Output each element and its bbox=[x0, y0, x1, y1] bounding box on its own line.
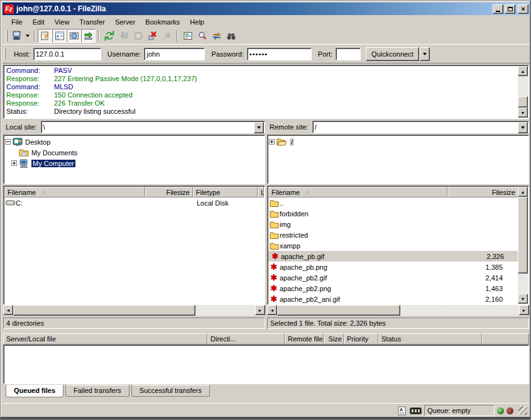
directory-comparison-button[interactable] bbox=[195, 29, 209, 43]
tree-item-root[interactable]: / bbox=[269, 136, 527, 147]
expand-icon[interactable] bbox=[11, 160, 17, 166]
menu-edit[interactable]: Edit bbox=[28, 18, 50, 26]
password-input[interactable] bbox=[247, 48, 312, 60]
menu-bar: File Edit View Transfer Server Bookmarks… bbox=[3, 16, 530, 27]
column-header-filename[interactable]: Filename bbox=[4, 187, 145, 197]
toggle-transfer-queue-button[interactable] bbox=[81, 29, 96, 43]
column-header-server-local-file[interactable]: Server/Local file bbox=[3, 333, 207, 345]
file-row[interactable]: xampp bbox=[268, 240, 528, 251]
log-vertical-scrollbar[interactable]: ▲ ▼ bbox=[518, 66, 528, 118]
column-header-size[interactable]: Size bbox=[324, 333, 344, 345]
tree-item-my-documents[interactable]: My Documents bbox=[5, 147, 263, 158]
host-input[interactable] bbox=[33, 48, 101, 60]
quickconnect-button[interactable]: Quickconnect bbox=[366, 47, 419, 61]
file-row[interactable]: C: Local Disk bbox=[4, 197, 264, 208]
toggle-local-tree-button[interactable] bbox=[52, 29, 67, 43]
remote-site-combo[interactable]: / bbox=[312, 121, 529, 133]
menu-transfer[interactable]: Transfer bbox=[74, 18, 110, 26]
scrollbar-right-button[interactable]: ► bbox=[255, 305, 265, 315]
toolbar bbox=[3, 28, 530, 43]
scrollbar-left-button[interactable]: ◄ bbox=[3, 305, 13, 315]
column-label: Remote file bbox=[288, 335, 323, 343]
file-row[interactable]: ✱ apache_pb.png 1,385 bbox=[268, 262, 528, 272]
local-site-combo[interactable]: \ bbox=[41, 121, 265, 133]
column-header-filename[interactable]: Filename bbox=[268, 187, 447, 197]
remote-site-label: Remote site: bbox=[267, 123, 312, 131]
column-header-priority[interactable]: Priority bbox=[344, 333, 378, 345]
menu-help[interactable]: Help bbox=[185, 18, 209, 26]
scrollbar-down-button[interactable]: ▼ bbox=[518, 108, 528, 118]
dropdown-arrow-icon bbox=[257, 126, 261, 129]
cancel-operation-button[interactable] bbox=[131, 29, 145, 43]
scrollbar-track[interactable] bbox=[400, 305, 519, 316]
column-header-direction[interactable]: Directi... bbox=[207, 333, 285, 345]
find-files-button[interactable] bbox=[224, 29, 238, 43]
scrollbar-track[interactable] bbox=[518, 274, 528, 294]
file-row[interactable]: ✱ apache_pb2.png 1,463 bbox=[268, 283, 528, 294]
remote-site-dropdown[interactable] bbox=[518, 122, 528, 133]
reconnect-button[interactable] bbox=[160, 29, 174, 43]
tab-successful-transfers[interactable]: Successful transfers bbox=[131, 385, 210, 397]
maximize-button[interactable] bbox=[505, 4, 515, 14]
file-row[interactable]: .. bbox=[268, 197, 528, 208]
file-row[interactable]: img bbox=[268, 219, 528, 229]
quickconnect-dropdown[interactable] bbox=[420, 47, 430, 61]
file-name: apache_pb2.png bbox=[280, 285, 446, 292]
scrollbar-thumb[interactable] bbox=[13, 305, 195, 316]
local-site-dropdown[interactable] bbox=[254, 122, 264, 133]
resize-grip[interactable] bbox=[518, 406, 527, 415]
file-row-selected[interactable]: ✱ apache_pb.gif 2,326 bbox=[268, 251, 528, 262]
remote-vertical-scrollbar[interactable]: ▲ ▼ bbox=[518, 187, 528, 304]
file-row[interactable]: ✱ apache_pb2.gif 2,414 bbox=[268, 272, 528, 283]
minimize-icon bbox=[496, 11, 500, 12]
tree-item-my-computer[interactable]: My Computer bbox=[5, 158, 263, 169]
column-header-status[interactable]: Status bbox=[378, 333, 482, 345]
scrollbar-track[interactable] bbox=[195, 305, 255, 316]
remote-horizontal-scrollbar[interactable]: ◄ ► bbox=[267, 305, 529, 316]
column-header-remote-file[interactable]: Remote file bbox=[285, 333, 324, 345]
scrollbar-left-button[interactable]: ◄ bbox=[267, 305, 277, 315]
close-button[interactable]: × bbox=[518, 4, 528, 14]
minimize-button[interactable] bbox=[493, 4, 503, 14]
scrollbar-thumb[interactable] bbox=[518, 96, 528, 108]
file-row[interactable]: ✱ apache_pb2_ani.gif 2,160 bbox=[268, 294, 528, 304]
username-input[interactable] bbox=[144, 48, 205, 60]
scrollbar-up-button[interactable]: ▲ bbox=[518, 66, 528, 76]
local-list-header: Filename Filesize Filetype L bbox=[4, 187, 264, 197]
disconnect-button[interactable] bbox=[145, 29, 160, 43]
scrollbar-up-button[interactable]: ▲ bbox=[518, 187, 528, 197]
site-manager-dropdown[interactable] bbox=[24, 29, 31, 43]
directory-filters-button[interactable] bbox=[180, 29, 195, 43]
tree-item-desktop[interactable]: Desktop bbox=[5, 136, 263, 147]
column-header-last-modified[interactable]: L bbox=[258, 187, 264, 197]
menu-bookmarks[interactable]: Bookmarks bbox=[140, 18, 185, 26]
menu-view[interactable]: View bbox=[50, 18, 75, 26]
tab-failed-transfers[interactable]: Failed transfers bbox=[65, 385, 129, 397]
synchronized-browsing-button[interactable] bbox=[209, 29, 224, 43]
local-horizontal-scrollbar[interactable]: ◄ ► bbox=[3, 305, 265, 316]
site-manager-button[interactable] bbox=[9, 29, 24, 43]
file-row[interactable]: forbidden bbox=[268, 208, 528, 219]
broken-image-icon: ✱ bbox=[270, 252, 281, 260]
collapse-icon[interactable] bbox=[5, 139, 11, 145]
column-header-filesize[interactable]: Filesize bbox=[447, 187, 518, 197]
menu-server[interactable]: Server bbox=[110, 18, 140, 26]
toggle-remote-tree-button[interactable] bbox=[67, 29, 81, 43]
menu-file[interactable]: File bbox=[6, 18, 28, 26]
scrollbar-right-button[interactable]: ► bbox=[519, 305, 529, 315]
scrollbar-down-button[interactable]: ▼ bbox=[518, 294, 528, 304]
remote-site-row: Remote site: / bbox=[267, 121, 529, 133]
scrollbar-thumb[interactable] bbox=[277, 305, 400, 316]
toggle-message-log-button[interactable] bbox=[38, 29, 52, 43]
local-status-text: 4 directories bbox=[3, 318, 265, 329]
refresh-button[interactable] bbox=[102, 29, 116, 43]
scrollbar-track[interactable] bbox=[518, 76, 528, 96]
tab-queued-files[interactable]: Queued files bbox=[6, 385, 63, 397]
scrollbar-thumb[interactable] bbox=[518, 197, 528, 274]
port-input[interactable] bbox=[336, 48, 361, 60]
expand-icon[interactable] bbox=[269, 139, 275, 145]
column-header-filesize[interactable]: Filesize bbox=[145, 187, 192, 197]
file-row[interactable]: restricted bbox=[268, 229, 528, 240]
column-header-filetype[interactable]: Filetype bbox=[193, 187, 258, 197]
process-queue-button[interactable] bbox=[116, 29, 131, 43]
